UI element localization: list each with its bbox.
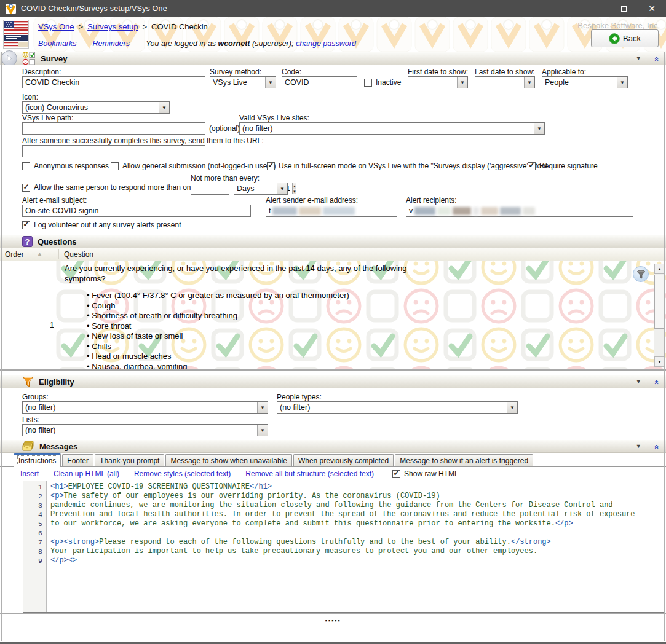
show-raw-html-checkbox[interactable]: ✓ Show raw HTML	[392, 469, 459, 478]
scroll-down-button[interactable]: ▼	[654, 356, 665, 367]
window-title: COVID Checkin/Surveys setup/VSys One	[21, 4, 167, 13]
code-line: pandemic continues, we are monitoring th…	[50, 501, 664, 510]
tab-label: Message to show if an alert is triggered	[400, 457, 528, 465]
tab-instructions[interactable]: Instructions	[14, 453, 61, 467]
toolbar-link-remove-styles-selected-text-[interactable]: Remove styles (selected text)	[134, 469, 231, 478]
scrollbar-thumb[interactable]	[654, 275, 665, 329]
messages-menu-caret-icon[interactable]: ▼	[636, 443, 641, 449]
dropdown-arrow-icon: ▼	[159, 102, 169, 113]
play-button[interactable]	[1, 50, 17, 66]
code-line: <p>The safety of our employees is our ov…	[50, 492, 664, 501]
toolbar-link-clean-up-html-all-[interactable]: Clean up HTML (all)	[54, 469, 119, 478]
back-button[interactable]: Back	[591, 29, 659, 47]
description-input[interactable]	[22, 76, 205, 88]
dropdown-arrow-icon: ▼	[507, 402, 517, 413]
respond-more-checkbox[interactable]: ✓ Allow the same person to respond more …	[22, 183, 199, 192]
tab-message-to-show-when-unavailable[interactable]: Message to show when unavailable	[165, 454, 291, 466]
first-date-select[interactable]: ▼	[408, 76, 468, 88]
survey-form: Description: Survey method: VSys Live▼ C…	[0, 65, 666, 235]
question-bullet: Chills	[87, 342, 420, 352]
breadcrumb-item[interactable]: Surveys setup	[87, 22, 138, 31]
html-source-editor[interactable]: 123456789 <h1>EMPLOYEE COVID-19 SCREENIN…	[23, 481, 664, 613]
tab-footer[interactable]: Footer	[62, 454, 93, 466]
alert-subject-input[interactable]	[22, 205, 251, 217]
valid-sites-select[interactable]: (no filter)▼	[239, 122, 545, 135]
tab-message-to-show-if-an-alert-is-triggered[interactable]: Message to show if an alert is triggered	[395, 454, 533, 466]
survey-method-select[interactable]: VSys Live▼	[210, 76, 276, 88]
minimize-button[interactable]: ─	[581, 0, 609, 17]
anonymous-checkbox[interactable]: ✓ Anonymous responses	[22, 162, 109, 170]
general-submission-checkbox[interactable]: ✓ Allow general submission (not-logged-i…	[111, 162, 276, 170]
redirect-url-label: After someone successfully completes thi…	[22, 136, 264, 145]
eligibility-form: Groups: (no filter)▼ People types: (no f…	[0, 388, 666, 439]
dropdown-arrow-icon: ▼	[257, 402, 268, 413]
questions-scrollbar[interactable]: ▲ ▼	[654, 264, 665, 367]
messages-section-header: Messages ▼ «	[0, 439, 666, 453]
code-line: Your participation is important to help …	[50, 547, 664, 556]
groups-select[interactable]: (no filter)▼	[22, 401, 268, 414]
reminders-link[interactable]: Reminders	[93, 39, 130, 48]
scroll-up-button[interactable]: ▲	[654, 264, 665, 274]
valid-sites-label: Valid VSys Live sites:	[239, 114, 309, 122]
period-unit-select[interactable]: Days▼	[234, 183, 288, 195]
maximize-button[interactable]	[609, 0, 638, 17]
messages-collapse-icon[interactable]: «	[652, 444, 661, 448]
eligibility-section-title: Eligibility	[39, 377, 74, 387]
bookmarks-link[interactable]: Bookmarks	[38, 39, 77, 48]
change-password-link[interactable]: change password	[296, 39, 356, 48]
code-label: Code:	[282, 68, 301, 76]
live-path-input[interactable]	[22, 122, 205, 135]
groups-label: Groups:	[22, 393, 49, 401]
line-number: 4	[23, 510, 42, 519]
people-types-select[interactable]: (no filter)▼	[277, 401, 518, 414]
code-input[interactable]	[282, 76, 357, 88]
code-line	[50, 528, 664, 538]
survey-collapse-icon[interactable]: «	[652, 57, 661, 60]
icon-label: Icon:	[22, 93, 38, 101]
checkbox-box: ✓	[22, 162, 30, 170]
redacted-text	[299, 207, 321, 215]
alert-sender-input[interactable]: t	[266, 205, 397, 217]
question-column-header[interactable]: Question	[64, 250, 93, 259]
messages-splitter[interactable]: ▪▪▪▪▪	[0, 613, 666, 618]
survey-section-header: Survey ▼ «	[0, 52, 666, 65]
toolbar-link-insert[interactable]: Insert	[20, 469, 39, 478]
breadcrumb-item[interactable]: VSys One	[38, 22, 74, 31]
survey-section-title: Survey	[41, 54, 67, 63]
icon-select[interactable]: (icon) Coronavirus▼	[22, 101, 170, 114]
tab-thank-you-prompt[interactable]: Thank-you prompt	[95, 454, 164, 466]
last-date-label: Last date to show:	[475, 68, 534, 76]
question-bullet: Head or muscle aches	[87, 351, 420, 362]
eligibility-menu-caret-icon[interactable]: ▼	[636, 379, 641, 385]
html-source-code[interactable]: <h1>EMPLOYEE COVID-19 SCREENING QUESTION…	[47, 481, 664, 612]
checkbox-box: ✓	[22, 184, 30, 192]
tab-when-previously-completed[interactable]: When previously completed	[293, 454, 394, 466]
people-types-label: People types:	[277, 393, 322, 401]
checkbox-box: ✓	[392, 470, 400, 478]
breadcrumb: VSys One>Surveys setup>COVID Checkin	[38, 22, 208, 31]
last-date-select[interactable]: ▼	[475, 76, 535, 88]
vsys-one-box-logo	[3, 20, 29, 49]
applicable-to-select[interactable]: People▼	[542, 76, 628, 88]
require-signature-checkbox[interactable]: ✓ Require signature	[528, 162, 598, 170]
not-more-every-stepper[interactable]: ▲▼	[191, 183, 229, 195]
window-bottom-edge[interactable]	[0, 642, 666, 644]
question-row-text[interactable]: Are you currently experiencing, or have …	[65, 264, 420, 369]
line-number: 7	[23, 538, 42, 547]
close-button[interactable]: ✕	[638, 0, 666, 17]
redirect-url-input[interactable]	[22, 145, 205, 157]
filter-questions-button[interactable]	[633, 266, 649, 282]
questions-splitter[interactable]: ▪▪▪▪▪	[0, 369, 666, 375]
order-column-header[interactable]: Order	[5, 250, 24, 259]
log-out-checkbox[interactable]: ✓ Log volunteer out if any survey alerts…	[22, 221, 181, 229]
fullscreen-checkbox[interactable]: ✓ Use in full-screen mode on VSys Live w…	[267, 162, 547, 170]
inactive-checkbox[interactable]: ✓ Inactive	[364, 78, 401, 87]
survey-menu-caret-icon[interactable]: ▼	[636, 55, 641, 61]
line-number: 6	[23, 528, 42, 538]
toolbar-link-remove-all-but-structure-selected-text-[interactable]: Remove all but structure (selected text)	[245, 469, 374, 478]
alert-subject-label: Alert e-mail subject:	[22, 196, 87, 205]
lists-select[interactable]: (no filter)▼	[22, 424, 268, 436]
applicable-to-label: Applicable to:	[542, 68, 586, 76]
eligibility-collapse-icon[interactable]: «	[652, 380, 661, 383]
alert-recipients-input[interactable]: v	[406, 205, 633, 217]
